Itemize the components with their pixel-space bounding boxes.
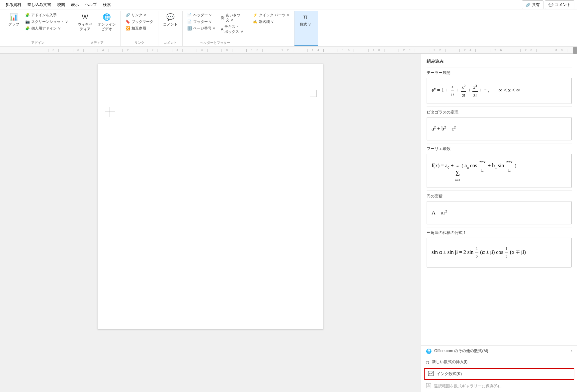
- eq-formula-pythagoras: a2 + b2 = c2: [432, 123, 456, 134]
- footer-label: フッター ∨: [193, 19, 212, 24]
- share-icon: 🔗: [526, 3, 531, 7]
- eq-section-circle: 円の面積 A = πr2: [427, 192, 572, 224]
- panel-divider-top: [427, 67, 572, 67]
- eq-menu-newequation[interactable]: π 新しい数式の挿入(I): [421, 356, 577, 367]
- equation-icon: π: [303, 13, 308, 21]
- eq-title-trig: 三角法の和積の公式 1: [427, 229, 572, 236]
- pagenumber-label: ページ番号 ∨: [193, 26, 215, 31]
- addin-get-icon: 🧩: [25, 13, 30, 17]
- comment-ribbon-label: コメント: [163, 22, 178, 27]
- ribbon-personal-addin[interactable]: 🧩 個人用アドイン ∨: [23, 25, 70, 32]
- equation-panel: 組み込み テーラー展開 ex = 1 + x1! + x22! + x33! +…: [421, 54, 577, 392]
- menu-references[interactable]: 参考資料: [3, 1, 24, 9]
- eq-title-pythagoras: ピタゴラスの定理: [427, 108, 572, 115]
- ribbon-qp-items: ⚡ クイック パーツ ∨ ✍️ 署名欄 ∨: [251, 12, 291, 44]
- ribbon-eq-items: π 数式 ∨: [297, 12, 315, 44]
- bookmark-icon: 🔖: [125, 20, 130, 24]
- ribbon-group-link: 🔗 リンク ∨ 🔖 ブックマーク 🔀 相互参照 リンク: [121, 11, 158, 46]
- crossref-label: 相互参照: [131, 26, 146, 31]
- screenshot-icon: 📷: [25, 20, 30, 24]
- menu-items: 参考資料 差し込み文書 校閲 表示 ヘルプ 検索: [3, 1, 114, 9]
- menu-search[interactable]: 検索: [100, 1, 114, 9]
- document-area[interactable]: [0, 54, 421, 392]
- arrow-icon: ›: [571, 349, 572, 353]
- menu-mailings[interactable]: 差し込み文書: [25, 1, 54, 9]
- textbox-label: テキストボックス ∨: [224, 24, 243, 34]
- eq-title-fourier: フーリエ級数: [427, 145, 572, 152]
- eq-group-label: [297, 44, 315, 45]
- panel-divider-4: [427, 227, 572, 227]
- ribbon-comment-items: 💬 コメント: [161, 12, 180, 40]
- eq-menu-savetogallery: 選択範囲を数式ギャラリーに保存(S)...: [421, 380, 577, 392]
- ribbon-equation-btn[interactable]: π 数式 ∨: [297, 12, 314, 27]
- ribbon: 📊 グラフ 🧩 アドインを入手 📷 スクリーンショット ∨ 🧩 個人用アドイン …: [0, 10, 577, 46]
- ribbon-wikipedia[interactable]: W ウィキペディア: [76, 12, 94, 32]
- ribbon-group-quickparts: ⚡ クイック パーツ ∨ ✍️ 署名欄 ∨: [248, 11, 294, 46]
- ribbon-group-addin: 📊 グラフ 🧩 アドインを入手 📷 スクリーンショット ∨ 🧩 個人用アドイン …: [3, 11, 73, 46]
- ribbon-bookmark[interactable]: 🔖 ブックマーク: [124, 19, 155, 25]
- media-group-label: メディア: [76, 40, 118, 46]
- ribbon-signature[interactable]: ✍️ 署名欄 ∨: [251, 19, 291, 25]
- ribbon-hf-col1: 📄 ヘッダー ∨ 📄 フッター ∨ 🔢 ページ番号 ∨: [185, 12, 217, 32]
- ribbon-footer[interactable]: 📄 フッター ∨: [185, 19, 217, 25]
- ribbon-header[interactable]: 📄 ヘッダー ∨: [185, 12, 217, 18]
- ribbon-media-items: W ウィキペディア 🌐 オンラインビデオ: [76, 12, 118, 40]
- page-corner-mark: [310, 90, 317, 97]
- equation-label: 数式 ∨: [300, 22, 311, 27]
- eq-section-pythagoras: ピタゴラスの定理 a2 + b2 = c2: [427, 108, 572, 140]
- ribbon-chart[interactable]: 📊 グラフ: [5, 12, 22, 27]
- eq-title-taylor: テーラー展開: [427, 69, 572, 76]
- eq-title-circle: 円の面積: [427, 192, 572, 199]
- link-group-label: リンク: [124, 40, 155, 46]
- menu-view[interactable]: 表示: [68, 1, 82, 9]
- main-area: 組み込み テーラー展開 ex = 1 + x1! + x22! + x33! +…: [0, 54, 577, 392]
- wikipedia-label: ウィキペディア: [78, 22, 92, 32]
- share-button[interactable]: 🔗 共有: [522, 0, 543, 9]
- ribbon-greeting[interactable]: 例 あいさつ文 ∨: [219, 12, 245, 23]
- eq-menu-officeonline[interactable]: 🌐 Office.com のその他の数式(M) ›: [421, 346, 577, 356]
- ribbon-textbox[interactable]: A テキストボックス ∨: [219, 24, 245, 35]
- equation-panel-scroll[interactable]: 組み込み テーラー展開 ex = 1 + x1! + x22! + x33! +…: [421, 54, 577, 345]
- eq-menu-inkequation[interactable]: インク数式(K): [424, 368, 574, 380]
- officeonline-label: Office.com のその他の数式(M): [434, 348, 488, 354]
- menu-help[interactable]: ヘルプ: [82, 1, 100, 9]
- crossref-icon: 🔀: [125, 26, 130, 31]
- ribbon-addin-get[interactable]: 🧩 アドインを入手: [23, 12, 70, 18]
- eq-box-fourier[interactable]: f(x) = a0 + ∞ Σ n=1 ( an cos nπxL + bn s…: [427, 154, 572, 188]
- signature-label: 署名欄 ∨: [259, 19, 274, 24]
- inkequation-label: インク数式(K): [437, 371, 462, 377]
- eq-box-pythagoras[interactable]: a2 + b2 = c2: [427, 117, 572, 140]
- ruler-content: |3| |6| |4| |2| |2| |4| |6| |8| |10| |12…: [1, 48, 576, 52]
- equation-menu-items: 🌐 Office.com のその他の数式(M) › π 新しい数式の挿入(I) …: [421, 345, 577, 392]
- ribbon-screenshot[interactable]: 📷 スクリーンショット ∨: [23, 19, 70, 25]
- chart-label: グラフ: [8, 22, 19, 27]
- eq-box-taylor[interactable]: ex = 1 + x1! + x22! + x33! + ···, −∞ < x…: [427, 78, 572, 104]
- eq-box-trig[interactable]: sin α ± sin β = 2 sin 12 (α ± β) cos 12 …: [427, 238, 572, 268]
- online-video-label: オンラインビデオ: [98, 22, 116, 32]
- inkequation-icon: [428, 371, 434, 377]
- newequation-icon: π: [426, 359, 429, 365]
- comment-label: コメント: [555, 2, 571, 8]
- comment-button[interactable]: 💬 コメント: [545, 0, 574, 9]
- ribbon-group-comment: 💬 コメント コメント: [158, 11, 183, 46]
- comment-ribbon-icon: 💬: [166, 13, 175, 21]
- ribbon-group-equation: π 数式 ∨: [294, 11, 318, 46]
- ribbon-online-video[interactable]: 🌐 オンラインビデオ: [96, 12, 118, 32]
- ribbon-addin-col: 🧩 アドインを入手 📷 スクリーンショット ∨ 🧩 個人用アドイン ∨: [23, 12, 70, 32]
- share-label: 共有: [532, 2, 540, 8]
- ribbon-link[interactable]: 🔗 リンク ∨: [124, 12, 155, 18]
- ribbon-quickparts[interactable]: ⚡ クイック パーツ ∨: [251, 12, 291, 18]
- eq-box-circle[interactable]: A = πr2: [427, 201, 572, 224]
- ribbon-crossref[interactable]: 🔀 相互参照: [124, 25, 155, 32]
- panel-header: 組み込み: [427, 57, 572, 64]
- ribbon-comment-btn[interactable]: 💬 コメント: [161, 12, 180, 27]
- ribbon-group-media: W ウィキペディア 🌐 オンラインビデオ メディア: [73, 11, 121, 46]
- menu-review[interactable]: 校閲: [54, 1, 68, 9]
- ribbon-pagenumber[interactable]: 🔢 ページ番号 ∨: [185, 25, 217, 32]
- header-icon: 📄: [187, 13, 192, 17]
- eq-formula-taylor: ex = 1 + x1! + x22! + x33! + ···, −∞ < x…: [432, 82, 520, 100]
- savetogallery-label: 選択範囲を数式ギャラリーに保存(S)...: [434, 383, 502, 389]
- cursor-cross: [105, 107, 115, 118]
- online-video-icon: 🌐: [103, 13, 111, 21]
- greeting-label: あいさつ文 ∨: [226, 13, 240, 23]
